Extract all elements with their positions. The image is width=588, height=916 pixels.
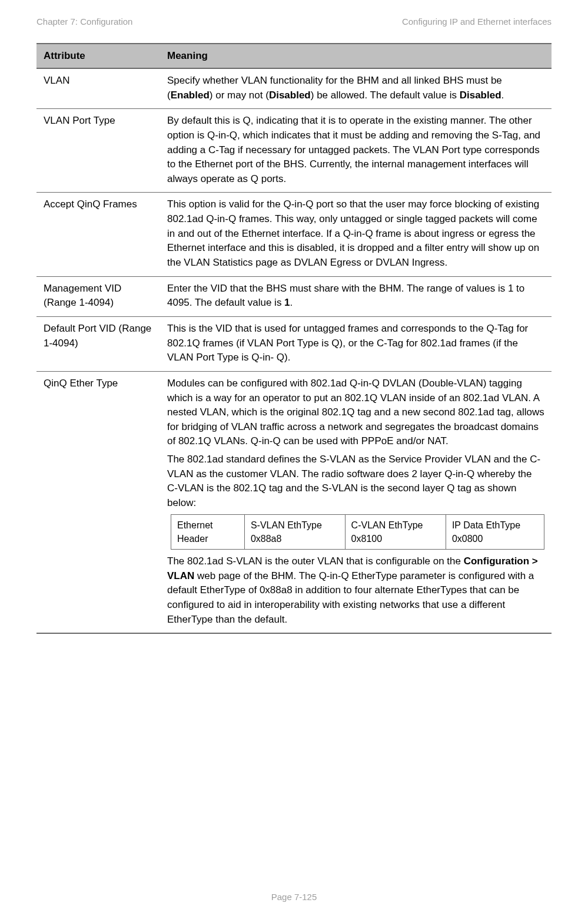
meaning-cell: By default this is Q, indicating that it…	[160, 109, 552, 193]
attr-cell: Accept QinQ Frames	[36, 193, 160, 276]
page: Chapter 7: Configuration Configuring IP …	[0, 0, 588, 916]
col-meaning: Meaning	[160, 44, 552, 68]
ethertype-table: Ethernet Header S-VLAN EthType 0x88a8 C-…	[171, 514, 544, 550]
table-row: VLAN Specify whether VLAN functionality …	[36, 68, 552, 109]
meaning-cell: Specify whether VLAN functionality for t…	[160, 68, 552, 109]
col-attribute: Attribute	[36, 44, 160, 68]
attributes-table: Attribute Meaning VLAN Specify whether V…	[36, 43, 552, 634]
table-row: Default Port VID (Range 1-4094) This is …	[36, 316, 552, 371]
table-row: Accept QinQ Frames This option is valid …	[36, 193, 552, 276]
ethertype-cell: C-VLAN EthType 0x8100	[345, 514, 446, 549]
meaning-cell: This option is valid for the Q-in-Q port…	[160, 193, 552, 276]
meaning-cell: Modules can be configured with 802.1ad Q…	[160, 371, 552, 633]
ethertype-cell: Ethernet Header	[171, 514, 245, 549]
table-row: QinQ Ether Type Modules can be configure…	[36, 371, 552, 633]
attr-cell: VLAN Port Type	[36, 109, 160, 193]
attr-cell: VLAN	[36, 68, 160, 109]
attr-cell: Management VID (Range 1-4094)	[36, 276, 160, 316]
attr-cell: QinQ Ether Type	[36, 371, 160, 633]
ethertype-cell: IP Data EthType 0x0800	[446, 514, 544, 549]
meaning-cell: Enter the VID that the BHS must share wi…	[160, 276, 552, 316]
meaning-cell: This is the VID that is used for untagge…	[160, 316, 552, 371]
header-left: Chapter 7: Configuration	[36, 16, 132, 27]
attr-cell: Default Port VID (Range 1-4094)	[36, 316, 160, 371]
ethertype-cell: S-VLAN EthType 0x88a8	[244, 514, 345, 549]
table-row: VLAN Port Type By default this is Q, ind…	[36, 109, 552, 193]
table-row: Management VID (Range 1-4094) Enter the …	[36, 276, 552, 316]
page-footer: Page 7-125	[0, 892, 588, 902]
header-right: Configuring IP and Ethernet interfaces	[402, 16, 552, 27]
running-header: Chapter 7: Configuration Configuring IP …	[36, 16, 552, 27]
